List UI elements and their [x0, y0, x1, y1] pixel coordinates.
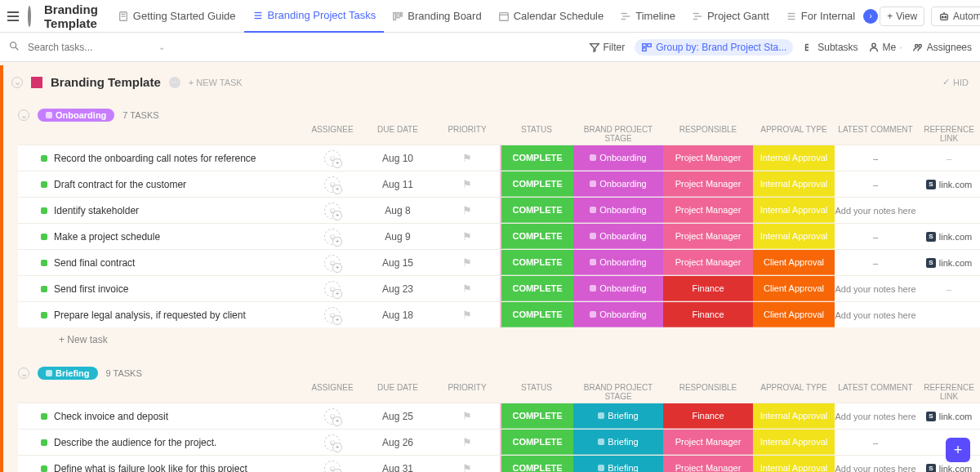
task-row[interactable]: Send first invoice ☺ Aug 23 ⚑ COMPLETE O… [18, 275, 980, 301]
tab-gantt[interactable]: Project Gantt [684, 0, 777, 33]
due-date-cell[interactable]: Aug 26 [361, 437, 434, 448]
status-cell[interactable]: COMPLETE [500, 302, 573, 327]
stage-cell[interactable]: Briefing [573, 430, 663, 455]
approval-cell[interactable]: Internal Approval [753, 145, 835, 171]
approval-cell[interactable]: Internal Approval [753, 403, 835, 429]
due-date-cell[interactable]: Aug 9 [361, 231, 434, 243]
task-row[interactable]: Define what is failure look like for thi… [18, 455, 980, 472]
column-header[interactable]: STATUS [500, 383, 573, 401]
column-header[interactable]: APPROVAL TYPE [753, 383, 835, 401]
column-header[interactable]: ASSIGNEE [304, 125, 361, 143]
responsible-cell[interactable]: Finance [663, 403, 753, 429]
due-date-cell[interactable]: Aug 31 [361, 463, 434, 473]
responsible-cell[interactable]: Project Manager [663, 430, 753, 455]
responsible-cell[interactable]: Project Manager [663, 198, 753, 223]
group-pill[interactable]: Briefing [38, 367, 98, 380]
task-status-dot[interactable] [41, 155, 47, 162]
approval-cell[interactable]: Internal Approval [753, 224, 835, 249]
status-cell[interactable]: COMPLETE [500, 171, 573, 197]
priority-flag-icon[interactable]: ⚑ [462, 436, 472, 448]
workspace-logo[interactable] [28, 6, 31, 27]
tab-branding-tasks[interactable]: Branding Project Tasks [244, 0, 385, 33]
column-header[interactable]: DUE DATE [361, 383, 434, 401]
column-header[interactable]: PRIORITY [434, 125, 500, 143]
collapse-group-icon[interactable]: ⌄ [18, 109, 29, 121]
assignee-add-icon[interactable]: ☺ [324, 176, 341, 193]
comment-cell[interactable]: – [835, 438, 916, 448]
status-cell[interactable]: COMPLETE [500, 276, 573, 301]
approval-cell[interactable]: Client Approval [753, 250, 835, 275]
subtasks-button[interactable]: Subtasks [803, 42, 858, 53]
column-header[interactable]: BRAND PROJECT STAGE [573, 125, 663, 143]
status-cell[interactable]: COMPLETE [500, 224, 573, 249]
column-header[interactable]: DUE DATE [361, 125, 434, 143]
comment-cell[interactable]: Add your notes here [835, 310, 916, 320]
priority-flag-icon[interactable]: ⚑ [462, 462, 472, 472]
task-status-dot[interactable] [41, 181, 47, 188]
priority-flag-icon[interactable]: ⚑ [462, 410, 472, 422]
me-button[interactable]: Me · [868, 42, 902, 53]
filter-button[interactable]: Filter [589, 42, 626, 53]
comment-cell[interactable]: Add your notes here [835, 464, 916, 473]
priority-flag-icon[interactable]: ⚑ [462, 309, 472, 321]
column-header[interactable]: REFERENCE LINK [916, 383, 980, 401]
due-date-cell[interactable]: Aug 25 [361, 411, 434, 422]
task-status-dot[interactable] [41, 207, 47, 214]
stage-cell[interactable]: Onboarding [573, 198, 663, 223]
menu-icon[interactable] [5, 7, 21, 25]
column-header[interactable]: REFERENCE LINK [916, 125, 980, 143]
due-date-cell[interactable]: Aug 11 [361, 179, 434, 190]
status-cell[interactable]: COMPLETE [500, 430, 573, 455]
tab-branding-board[interactable]: Branding Board [384, 0, 489, 33]
assignees-button[interactable]: Assignees [912, 42, 972, 53]
responsible-cell[interactable]: Project Manager [663, 456, 753, 472]
task-row[interactable]: Draft contract for the customer ☺ Aug 11… [18, 171, 980, 197]
comment-cell[interactable]: Add your notes here [835, 412, 916, 421]
tab-for-internal[interactable]: For Internal [777, 0, 863, 33]
status-cell[interactable]: COMPLETE [500, 456, 573, 472]
column-header[interactable]: APPROVAL TYPE [753, 125, 835, 143]
responsible-cell[interactable]: Project Manager [663, 171, 753, 197]
approval-cell[interactable]: Internal Approval [753, 171, 835, 197]
responsible-cell[interactable]: Project Manager [663, 145, 753, 171]
column-header[interactable]: BRAND PROJECT STAGE [573, 383, 663, 401]
approval-cell[interactable]: Internal Approval [753, 430, 835, 455]
tabs-scroll-right[interactable]: › [863, 9, 878, 24]
stage-cell[interactable]: Onboarding [573, 145, 663, 171]
task-status-dot[interactable] [41, 286, 47, 292]
reference-cell[interactable]: Slink.com [916, 180, 980, 189]
stage-cell[interactable]: Onboarding [573, 171, 663, 197]
assignee-add-icon[interactable]: ☺ [324, 434, 341, 451]
comment-cell[interactable]: – [835, 154, 916, 163]
comment-cell[interactable]: – [835, 180, 916, 189]
due-date-cell[interactable]: Aug 18 [361, 309, 434, 321]
task-status-dot[interactable] [41, 234, 47, 240]
comment-cell[interactable]: Add your notes here [835, 284, 916, 294]
approval-cell[interactable]: Internal Approval [753, 456, 835, 472]
search-input[interactable] [28, 42, 150, 53]
assignee-add-icon[interactable]: ☺ [324, 408, 341, 425]
reference-cell[interactable]: Slink.com [916, 412, 980, 421]
task-row[interactable]: Identify stakeholder ☺ Aug 8 ⚑ COMPLETE … [18, 197, 980, 223]
status-cell[interactable]: COMPLETE [500, 145, 573, 171]
stage-cell[interactable]: Onboarding [573, 276, 663, 301]
priority-flag-icon[interactable]: ⚑ [462, 204, 472, 216]
task-row[interactable]: Send final contract ☺ Aug 15 ⚑ COMPLETE … [18, 249, 980, 275]
stage-cell[interactable]: Onboarding [573, 302, 663, 327]
assignee-add-icon[interactable]: ☺ [324, 203, 341, 219]
tab-getting-started[interactable]: Getting Started Guide [109, 0, 244, 33]
approval-cell[interactable]: Client Approval [753, 302, 835, 327]
due-date-cell[interactable]: Aug 23 [361, 283, 434, 295]
task-status-dot[interactable] [41, 465, 47, 472]
due-date-cell[interactable]: Aug 15 [361, 257, 434, 269]
new-task-link[interactable]: + NEW TASK [189, 78, 243, 87]
task-status-dot[interactable] [41, 439, 47, 446]
quick-create-fab[interactable]: + [946, 438, 970, 462]
new-task-row[interactable]: + New task [18, 327, 980, 352]
column-header[interactable]: RESPONSIBLE [663, 383, 753, 401]
reference-cell[interactable]: – [916, 154, 980, 163]
status-cell[interactable]: COMPLETE [500, 250, 573, 275]
hide-button[interactable]: ✓ HID [942, 77, 969, 87]
search-dropdown-chevron[interactable]: ⌄ [158, 42, 165, 51]
task-row[interactable]: Check invoice and deposit ☺ Aug 25 ⚑ COM… [18, 403, 980, 429]
